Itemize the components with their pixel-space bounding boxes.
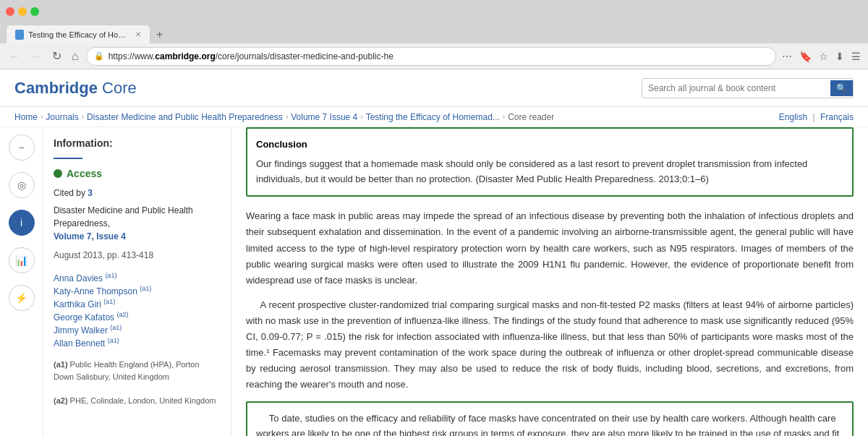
- breadcrumb-article[interactable]: Testing the Efficacy of Homemad...: [366, 112, 500, 122]
- breadcrumb-home[interactable]: Home: [14, 112, 38, 122]
- breadcrumb-current: Core reader: [508, 112, 554, 122]
- breadcrumb-journal[interactable]: Disaster Medicine and Public Health Prep…: [87, 112, 283, 122]
- breadcrumb: Home › Journals › Disaster Medicine and …: [0, 107, 868, 127]
- breadcrumb-journals[interactable]: Journals: [46, 112, 78, 122]
- article-paragraph-1: Wearing a face mask in public areas may …: [246, 208, 854, 288]
- menu-icon[interactable]: ☰: [850, 49, 862, 64]
- site-header: Cambridge Core 🔍: [0, 69, 868, 107]
- paragraph-2-indent: A recent prospective cluster-randomized …: [246, 297, 854, 393]
- maximize-button[interactable]: [30, 7, 39, 16]
- info-icon[interactable]: i: [9, 210, 35, 236]
- tab-favicon: [15, 30, 24, 40]
- volume-link[interactable]: Volume 7,: [54, 231, 94, 241]
- author-3[interactable]: Karthika Giri (a1): [54, 298, 221, 309]
- article-paragraph-2: A recent prospective cluster-randomized …: [246, 297, 854, 393]
- traffic-lights: [6, 7, 39, 16]
- cited-by: Cited by 3: [54, 188, 221, 198]
- divider: [54, 158, 82, 159]
- nav-icons: ⋯ 🔖 ☆ ⬇ ☰: [780, 49, 862, 64]
- home-button[interactable]: ⌂: [69, 48, 82, 64]
- security-icon: 🔒: [94, 51, 104, 61]
- journal-info: Disaster Medicine and Public Health Prep…: [54, 204, 221, 243]
- author-1[interactable]: Anna Davies (a1): [54, 272, 221, 283]
- article-sidebar: Information: Access Cited by 3 Disaster …: [43, 127, 231, 436]
- tab-bar: Testing the Efficacy of Homem... ✕ +: [0, 23, 868, 43]
- access-label: Access: [67, 168, 102, 179]
- journal-name: Disaster Medicine and Public Health Prep…: [54, 205, 193, 228]
- forward-button[interactable]: →: [27, 48, 45, 64]
- access-dot: [54, 169, 62, 178]
- lang-french[interactable]: Français: [820, 112, 854, 122]
- affiliations: (a1) Public Health England (HPA), Porton…: [54, 359, 221, 406]
- date-pages: August 2013, pp. 413-418: [54, 249, 221, 262]
- title-bar: [0, 0, 868, 23]
- access-badge: Access: [54, 168, 221, 179]
- extensions-icon[interactable]: 🔖: [798, 49, 813, 64]
- new-tab-button[interactable]: +: [150, 26, 169, 43]
- bookmarks-icon[interactable]: ⋯: [780, 49, 793, 64]
- authors-list: Anna Davies (a1) Katy-Anne Thompson (a1)…: [54, 272, 221, 349]
- address-bar[interactable]: 🔒 https://www.cambridge.org/core/journal…: [86, 47, 776, 66]
- paragraph-2-text: A recent prospective cluster-randomized …: [246, 299, 854, 390]
- search-input[interactable]: [642, 80, 830, 96]
- author-6[interactable]: Allan Bennett (a1): [54, 337, 221, 349]
- author-5[interactable]: Jimmy Walker (a1): [54, 324, 221, 335]
- back-button[interactable]: ←: [6, 48, 23, 64]
- author-4[interactable]: George Kafatos (a2): [54, 311, 221, 322]
- paragraph-1-text: Wearing a face mask in public areas may …: [246, 210, 854, 285]
- author-2[interactable]: Katy-Anne Thompson (a1): [54, 285, 221, 296]
- cambridge-logo: Cambridge Core: [14, 79, 137, 98]
- chart-icon[interactable]: 📊: [9, 247, 35, 273]
- address-text: https://www.cambridge.org/core/journals/…: [109, 51, 768, 61]
- breadcrumb-volume[interactable]: Volume 7 Issue 4: [291, 112, 357, 122]
- compass-icon[interactable]: ◎: [9, 172, 35, 198]
- active-tab[interactable]: Testing the Efficacy of Homem... ✕: [6, 25, 150, 43]
- paragraph-3-text: To date, studies on the efficacy and rel…: [256, 411, 843, 436]
- tab-title: Testing the Efficacy of Homem...: [28, 30, 128, 39]
- conclusion-text: Our findings suggest that a homemade mas…: [256, 157, 843, 187]
- minimize-button[interactable]: [18, 7, 27, 16]
- article-content: Conclusion Our findings suggest that a h…: [231, 127, 868, 436]
- breadcrumb-sep: ›: [41, 113, 43, 121]
- issue-link[interactable]: Issue 4: [96, 231, 126, 241]
- paragraph-3-box: To date, studies on the efficacy and rel…: [246, 401, 854, 436]
- lang-english[interactable]: English: [779, 112, 807, 122]
- language-switcher: English | Français: [779, 112, 854, 122]
- lightning-icon[interactable]: ⚡: [9, 285, 35, 311]
- conclusion-box: Conclusion Our findings suggest that a h…: [246, 127, 854, 197]
- conclusion-title: Conclusion: [256, 137, 843, 153]
- tab-close-icon[interactable]: ✕: [135, 30, 141, 38]
- star-icon[interactable]: ☆: [817, 49, 830, 64]
- left-sidebar: − ◎ i 📊 ⚡: [0, 127, 43, 436]
- content-wrapper: − ◎ i 📊 ⚡ Information: Access Cited by 3…: [0, 127, 868, 436]
- download-icon[interactable]: ⬇: [834, 49, 846, 64]
- logo-text: Cambridge Core: [14, 79, 137, 98]
- sidebar-info-title: Information:: [54, 137, 221, 149]
- header-search[interactable]: 🔍: [642, 78, 854, 98]
- collapse-sidebar-icon[interactable]: −: [9, 134, 35, 161]
- cited-by-link[interactable]: 3: [88, 188, 93, 198]
- refresh-button[interactable]: ↻: [49, 48, 64, 64]
- close-button[interactable]: [6, 7, 14, 16]
- navigation-bar: ← → ↻ ⌂ 🔒 https://www.cambridge.org/core…: [0, 43, 868, 69]
- search-button[interactable]: 🔍: [830, 80, 853, 96]
